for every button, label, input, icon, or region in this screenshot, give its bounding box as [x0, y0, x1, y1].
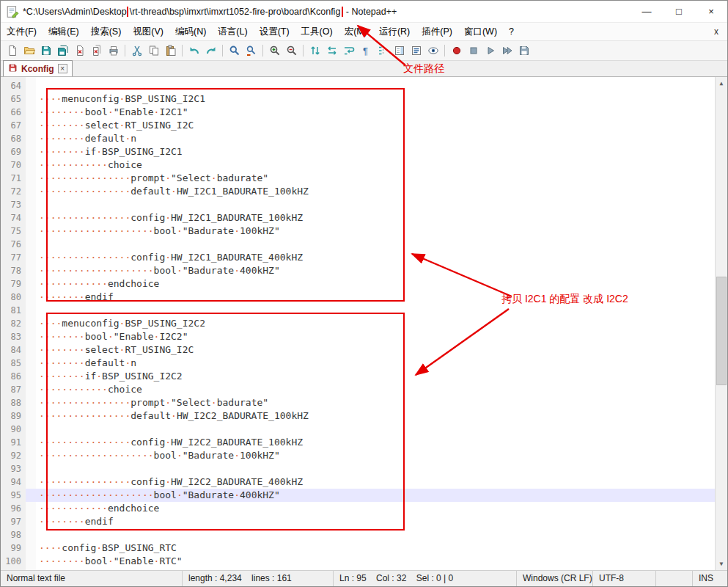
menu-item-search[interactable]: 搜索(S)	[85, 23, 128, 40]
line-number[interactable]: 83	[1, 330, 26, 343]
line-number[interactable]: 76	[1, 238, 26, 251]
print-icon[interactable]	[106, 43, 121, 58]
close-all-icon[interactable]	[89, 43, 104, 58]
line-number[interactable]: 98	[1, 528, 26, 542]
code-text[interactable]: ········bool·"Enable·RTC"	[26, 555, 727, 568]
cut-icon[interactable]	[129, 43, 144, 58]
code-text[interactable]	[26, 79, 727, 92]
monitor-eye-icon[interactable]	[425, 43, 441, 58]
line-number[interactable]: 85	[1, 357, 26, 370]
line-number[interactable]: 87	[1, 383, 26, 396]
code-text[interactable]: ····config·BSP_USING_RTC	[26, 542, 727, 555]
code-text[interactable]: ················prompt·"Select·badurate"	[26, 396, 727, 409]
indent-guide-icon[interactable]	[375, 43, 390, 58]
code-text[interactable]: ················config·HW_I2C1_BADURATE_…	[26, 211, 727, 225]
code-text[interactable]: ········bool·"Enable·I2C2"	[26, 330, 727, 343]
line-number[interactable]: 90	[1, 423, 26, 436]
line-number[interactable]: 69	[1, 145, 26, 158]
zoom-out-icon[interactable]	[284, 43, 299, 58]
sync-vertical-icon[interactable]	[307, 43, 323, 58]
paste-icon[interactable]	[163, 43, 178, 58]
code-text[interactable]	[26, 198, 727, 211]
menu-item-language[interactable]: 语言(L)	[212, 23, 253, 40]
close-button[interactable]: ×	[695, 1, 727, 23]
menu-item-run[interactable]: 运行(R)	[373, 23, 416, 40]
line-number[interactable]: 78	[1, 264, 26, 277]
code-text[interactable]: ················default·HW_I2C2_BADURATE…	[26, 409, 727, 423]
record-macro-icon[interactable]	[449, 43, 464, 58]
close-file-icon[interactable]	[72, 43, 87, 58]
code-text[interactable]: ········select·RT_USING_I2C	[26, 343, 727, 357]
code-text[interactable]: ················config·HW_I2C1_BADURATE_…	[26, 251, 727, 264]
save-all-icon[interactable]	[55, 43, 70, 58]
line-number[interactable]: 67	[1, 119, 26, 132]
menu-item-edit[interactable]: 编辑(E)	[43, 23, 85, 40]
menu-item-settings[interactable]: 设置(T)	[254, 23, 295, 40]
line-number[interactable]: 84	[1, 343, 26, 357]
line-number[interactable]: 92	[1, 449, 26, 462]
code-text[interactable]: ········endif	[26, 291, 727, 304]
code-text[interactable]	[26, 462, 727, 475]
menubar-close-icon[interactable]: x	[711, 26, 721, 37]
code-text[interactable]: ····menuconfig·BSP_USING_I2C2	[26, 317, 727, 330]
line-number[interactable]: 75	[1, 225, 26, 238]
vertical-scrollbar[interactable]: ▲ ▼	[715, 77, 727, 570]
code-text[interactable]: ············choice	[26, 383, 727, 396]
menu-item-help[interactable]: ?	[503, 23, 520, 40]
code-text[interactable]: ············endchoice	[26, 502, 727, 515]
line-number[interactable]: 86	[1, 370, 26, 383]
undo-icon[interactable]	[186, 43, 202, 58]
code-text[interactable]	[26, 528, 727, 542]
redo-icon[interactable]	[203, 43, 218, 58]
line-number[interactable]: 82	[1, 317, 26, 330]
line-number[interactable]: 71	[1, 172, 26, 185]
line-number[interactable]: 70	[1, 158, 26, 172]
tab-close-icon[interactable]: ×	[58, 64, 67, 73]
code-text[interactable]: ····················bool·"Badurate·100kH…	[26, 449, 727, 462]
menu-item-plugins[interactable]: 插件(P)	[416, 23, 458, 40]
open-folder-icon[interactable]	[21, 43, 37, 58]
line-number[interactable]: 100	[1, 555, 26, 568]
menu-item-encoding[interactable]: 编码(N)	[169, 23, 212, 40]
code-text[interactable]: ········default·n	[26, 357, 727, 370]
code-text[interactable]: ········bool·"Enable·I2C1"	[26, 106, 727, 119]
code-text[interactable]: ········if·BSP_USING_I2C2	[26, 370, 727, 383]
show-all-chars-icon[interactable]: ¶	[358, 43, 373, 58]
line-number[interactable]: 88	[1, 396, 26, 409]
new-file-icon[interactable]	[4, 43, 20, 58]
scroll-down-icon[interactable]: ▼	[716, 558, 727, 570]
replace-icon[interactable]	[243, 43, 259, 58]
line-number[interactable]: 95	[1, 489, 26, 502]
code-text[interactable]: ············endchoice	[26, 277, 727, 291]
zoom-in-icon[interactable]	[267, 43, 282, 58]
line-number[interactable]: 77	[1, 251, 26, 264]
menu-item-window[interactable]: 窗口(W)	[458, 23, 503, 40]
code-text[interactable]: ············choice	[26, 158, 727, 172]
line-number[interactable]: 91	[1, 436, 26, 449]
code-text[interactable]: ····················bool·"Badurate·400kH…	[26, 489, 727, 502]
line-number[interactable]: 79	[1, 277, 26, 291]
line-number[interactable]: 97	[1, 515, 26, 528]
scroll-up-icon[interactable]: ▲	[716, 77, 727, 90]
code-text[interactable]: ················default·HW_I2C1_BADURATE…	[26, 185, 727, 198]
code-text[interactable]: ········endif	[26, 515, 727, 528]
menu-item-tools[interactable]: 工具(O)	[295, 23, 339, 40]
code-text[interactable]: ················config·HW_I2C2_BADURATE_…	[26, 475, 727, 489]
line-number[interactable]: 96	[1, 502, 26, 515]
save-icon[interactable]	[38, 43, 54, 58]
tab-kconfig[interactable]: Kconfig ×	[3, 60, 73, 76]
line-number[interactable]: 64	[1, 79, 26, 92]
minimize-button[interactable]: —	[630, 1, 663, 23]
line-number[interactable]: 65	[1, 92, 26, 106]
line-number[interactable]: 80	[1, 291, 26, 304]
function-list-icon[interactable]	[408, 43, 424, 58]
line-number[interactable]: 66	[1, 106, 26, 119]
code-text[interactable]: ····menuconfig·BSP_USING_I2C1	[26, 92, 727, 106]
save-macro-icon[interactable]	[516, 43, 532, 58]
copy-icon[interactable]	[146, 43, 161, 58]
doc-map-icon[interactable]	[391, 43, 407, 58]
code-text[interactable]: ········default·n	[26, 132, 727, 145]
code-text[interactable]: ····················bool·"Badurate·400kH…	[26, 264, 727, 277]
code-text[interactable]: ········select·RT_USING_I2C	[26, 119, 727, 132]
line-number[interactable]: 94	[1, 475, 26, 489]
